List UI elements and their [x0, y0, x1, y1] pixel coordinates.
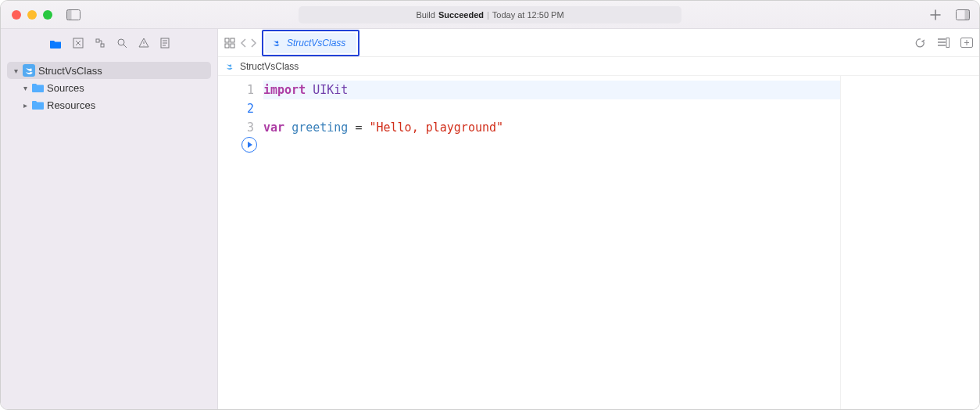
svg-rect-11: [231, 38, 234, 42]
breadcrumb-file-label: StructVsClass: [240, 61, 299, 72]
related-items-button[interactable]: [224, 38, 235, 49]
toggle-right-panel-button[interactable]: [956, 9, 970, 20]
project-tree: ▾ StructVsClass ▾ Sources ▸ Resources: [1, 57, 217, 118]
line-number: 3: [218, 118, 263, 137]
editor-area: StructVsClass StructVsClass: [218, 29, 979, 409]
active-file-tab[interactable]: StructVsClass: [265, 33, 356, 53]
project-root-row[interactable]: ▾ StructVsClass: [7, 62, 211, 79]
code-line[interactable]: [263, 99, 840, 118]
code-content[interactable]: import UIKit var greeting = "Hello, play…: [263, 76, 840, 409]
find-navigator-tab[interactable]: [116, 38, 127, 49]
svg-point-7: [118, 39, 124, 45]
titlebar: Build Succeeded | Today at 12:50 PM: [1, 1, 979, 29]
project-name-label: StructVsClass: [38, 65, 102, 77]
folder-resources-row[interactable]: ▸ Resources: [7, 96, 211, 113]
status-separator: |: [487, 10, 489, 20]
activity-status[interactable]: Build Succeeded | Today at 12:50 PM: [299, 6, 681, 23]
folder-label: Sources: [47, 82, 84, 94]
run-playground-button[interactable]: [241, 137, 257, 153]
navigator-sidebar: ▾ StructVsClass ▾ Sources ▸ Resources: [1, 29, 218, 409]
svg-rect-10: [225, 38, 229, 42]
window-controls: [12, 10, 52, 20]
add-button[interactable]: [929, 9, 942, 21]
swift-file-icon: [271, 38, 282, 49]
line-gutter: 1 2 3: [218, 76, 263, 409]
disclosure-triangle-icon[interactable]: ▸: [21, 101, 29, 110]
disclosure-triangle-icon[interactable]: ▾: [21, 84, 29, 92]
project-navigator-tab[interactable]: [49, 38, 62, 49]
active-file-label: StructVsClass: [287, 38, 345, 49]
status-prefix: Build: [416, 10, 435, 20]
folder-icon: [32, 83, 44, 92]
minimize-window-button[interactable]: [27, 10, 37, 20]
code-line[interactable]: import UIKit: [263, 81, 840, 99]
symbol-navigator-tab[interactable]: [95, 38, 106, 49]
zoom-window-button[interactable]: [43, 10, 52, 20]
code-editor[interactable]: 1 2 3 import UIKit var greeting = "Hello…: [218, 76, 979, 409]
toggle-left-panel-button[interactable]: [66, 9, 80, 20]
folder-icon: [32, 100, 44, 110]
status-time: Today at 12:50 PM: [492, 10, 564, 20]
svg-rect-5: [96, 39, 99, 42]
forward-button[interactable]: [249, 38, 257, 48]
history-nav: [240, 38, 257, 48]
navigator-selector-bar: [1, 29, 217, 57]
folder-sources-row[interactable]: ▾ Sources: [7, 79, 211, 96]
swift-playground-icon: [23, 64, 35, 77]
svg-rect-14: [946, 38, 950, 47]
tab-highlight-annotation: StructVsClass: [262, 30, 359, 56]
line-number: 2: [218, 99, 263, 118]
code-line[interactable]: var greeting = "Hello, playground": [263, 118, 840, 137]
svg-rect-13: [231, 44, 234, 48]
close-window-button[interactable]: [12, 10, 21, 20]
status-result: Succeeded: [438, 10, 484, 20]
svg-rect-3: [965, 9, 970, 20]
test-navigator-tab[interactable]: [160, 38, 170, 49]
back-button[interactable]: [240, 38, 248, 48]
minimap[interactable]: [840, 76, 979, 409]
line-number: 1: [218, 81, 263, 99]
breadcrumb[interactable]: StructVsClass: [218, 57, 979, 76]
jump-bar: StructVsClass: [218, 29, 979, 57]
folder-label: Resources: [47, 99, 95, 111]
svg-rect-1: [67, 9, 72, 20]
svg-rect-12: [225, 44, 229, 48]
disclosure-triangle-icon[interactable]: ▾: [12, 67, 20, 75]
issue-navigator-tab[interactable]: [138, 38, 149, 49]
add-editor-button[interactable]: [960, 38, 973, 49]
swift-file-icon: [224, 61, 235, 72]
refresh-button[interactable]: [915, 38, 926, 49]
source-control-navigator-tab[interactable]: [73, 38, 84, 49]
editor-options-button[interactable]: [937, 38, 950, 49]
